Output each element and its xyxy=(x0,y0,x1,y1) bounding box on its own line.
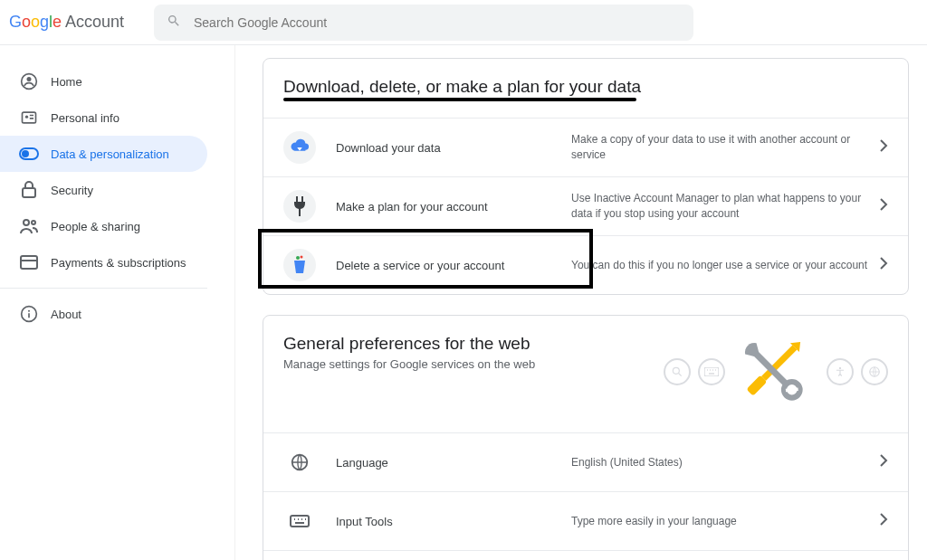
search-icon xyxy=(167,14,181,32)
row-label: Make a plan for your account xyxy=(336,200,571,214)
row-label: Delete a service or your account xyxy=(336,259,571,272)
row-label: Language xyxy=(336,456,571,470)
credit-card-icon xyxy=(18,255,40,270)
lock-icon xyxy=(18,181,40,199)
nav-label: Data & personalization xyxy=(51,147,169,161)
annotation-underline xyxy=(283,98,636,101)
svg-rect-9 xyxy=(21,256,37,269)
chevron-right-icon xyxy=(879,197,888,215)
sidebar: Home Personal info Data & personalizatio… xyxy=(0,45,235,560)
card-general-preferences: General preferences for the web Manage s… xyxy=(263,315,909,560)
svg-rect-2 xyxy=(23,112,36,123)
people-icon xyxy=(18,218,40,234)
row-accessibility[interactable]: Accessibility Screen reader OFF High-con… xyxy=(263,550,908,560)
google-logo-text: Google xyxy=(9,13,62,32)
svg-point-12 xyxy=(296,256,300,260)
sidebar-item-about[interactable]: About xyxy=(0,296,207,332)
chevron-right-icon xyxy=(879,256,888,274)
header: Google Account xyxy=(0,0,927,45)
svg-point-11 xyxy=(28,310,30,312)
sidebar-item-people-sharing[interactable]: People & sharing xyxy=(0,208,207,244)
sidebar-item-data-personalization[interactable]: Data & personalization xyxy=(0,136,207,172)
svg-point-8 xyxy=(32,221,35,224)
keyboard-icon xyxy=(698,358,725,385)
user-circle-icon xyxy=(18,72,40,90)
globe-icon xyxy=(283,446,316,479)
row-label: Input Tools xyxy=(336,515,571,528)
row-download-your-data[interactable]: Download your data Make a copy of your d… xyxy=(263,118,908,176)
svg-rect-6 xyxy=(23,188,35,197)
row-make-plan-account[interactable]: Make a plan for your account Use Inactiv… xyxy=(263,176,908,235)
nav-label: Security xyxy=(51,184,93,197)
info-icon xyxy=(18,305,40,323)
svg-point-1 xyxy=(27,77,32,81)
account-label: Account xyxy=(65,13,124,32)
chevron-right-icon xyxy=(879,453,888,471)
svg-point-5 xyxy=(22,150,29,157)
svg-point-14 xyxy=(673,367,679,374)
nav-label: Personal info xyxy=(51,111,119,125)
sidebar-item-personal-info[interactable]: Personal info xyxy=(0,100,207,136)
search-input[interactable] xyxy=(194,15,681,30)
svg-point-13 xyxy=(301,256,303,259)
row-description: You can do this if you no longer use a s… xyxy=(571,258,879,273)
nav-label: Home xyxy=(51,75,82,89)
row-delete-service-account[interactable]: Delete a service or your account You can… xyxy=(263,235,908,294)
chevron-right-icon xyxy=(879,512,888,530)
svg-point-7 xyxy=(24,220,29,225)
row-label: Download your data xyxy=(336,141,571,155)
row-description: English (United States) xyxy=(571,455,879,470)
keyboard-icon xyxy=(283,505,316,537)
svg-point-3 xyxy=(25,116,28,119)
trash-bin-icon xyxy=(283,249,316,281)
cloud-download-icon xyxy=(283,131,316,164)
globe-icon xyxy=(861,358,888,385)
sidebar-item-home[interactable]: Home xyxy=(0,63,207,100)
chevron-right-icon xyxy=(879,138,888,157)
nav-label: People & sharing xyxy=(51,220,140,233)
row-input-tools[interactable]: Input Tools Type more easily in your lan… xyxy=(263,491,908,550)
sidebar-item-security[interactable]: Security xyxy=(0,172,207,208)
id-card-icon xyxy=(18,109,40,127)
svg-rect-24 xyxy=(291,516,309,527)
nav-label: Payments & subscriptions xyxy=(51,256,186,270)
svg-point-21 xyxy=(839,367,841,369)
row-language[interactable]: Language English (United States) xyxy=(263,432,908,491)
plug-icon xyxy=(283,190,316,223)
svg-rect-15 xyxy=(704,367,719,376)
row-description: Type more easily in your language xyxy=(571,514,879,529)
accessibility-person-icon xyxy=(827,358,854,385)
search-bar[interactable] xyxy=(154,5,693,41)
magnifier-icon xyxy=(664,358,691,385)
nav-label: About xyxy=(51,308,81,321)
toggle-on-icon xyxy=(18,147,40,160)
card-download-delete-plan: Download, delete, or make a plan for you… xyxy=(263,58,909,295)
main-content: Download, delete, or make a plan for you… xyxy=(235,45,927,560)
preferences-illustration xyxy=(656,330,888,413)
row-description: Use Inactive Account Manager to plan wha… xyxy=(571,191,879,222)
logo[interactable]: Google Account xyxy=(9,13,154,32)
card-title: Download, delete, or make a plan for you… xyxy=(283,77,888,97)
sidebar-item-payments-subscriptions[interactable]: Payments & subscriptions xyxy=(0,244,207,280)
nav-divider xyxy=(0,288,207,289)
screwdriver-wrench-icon xyxy=(732,330,812,413)
row-description: Make a copy of your data to use it with … xyxy=(571,132,879,163)
